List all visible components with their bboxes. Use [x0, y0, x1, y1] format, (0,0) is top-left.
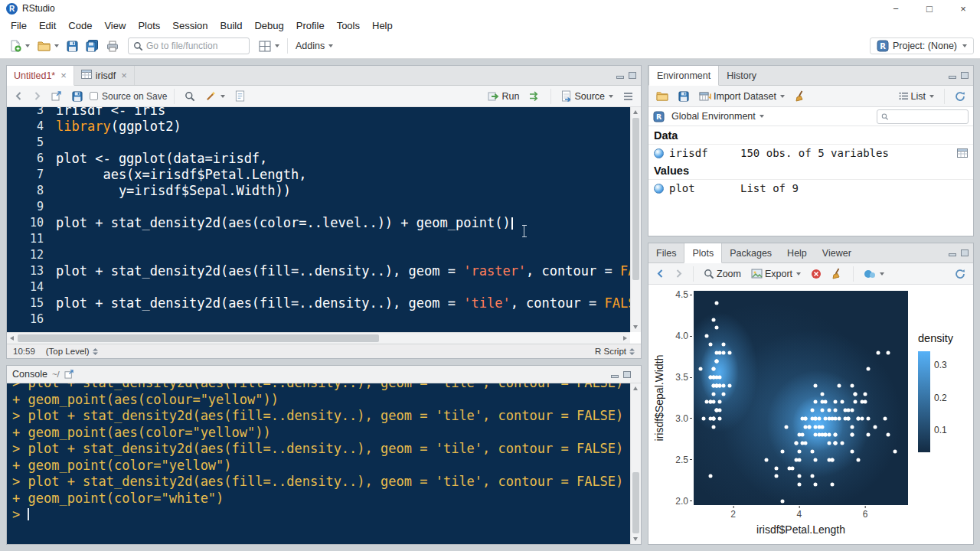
next-plot-button[interactable]: [671, 267, 686, 280]
menu-code[interactable]: Code: [62, 18, 98, 33]
clear-plots-button[interactable]: [828, 266, 846, 282]
minimize-pane-button[interactable]: [611, 371, 619, 378]
editor-vertical-scrollbar[interactable]: [630, 107, 641, 332]
chevron-down-icon: [780, 95, 785, 98]
menu-help[interactable]: Help: [366, 18, 399, 33]
publish-button[interactable]: [861, 267, 887, 281]
menu-build[interactable]: Build: [214, 18, 249, 33]
environment-object-row[interactable]: plotList of 9: [648, 180, 973, 197]
menu-session[interactable]: Session: [166, 18, 214, 33]
editor-horizontal-scrollbar[interactable]: [7, 332, 630, 344]
data-point: [721, 350, 725, 354]
source-on-save-checkbox[interactable]: [90, 92, 98, 100]
maximize-pane-button[interactable]: [629, 72, 636, 79]
save-all-button[interactable]: [83, 37, 102, 54]
print-button[interactable]: [103, 38, 122, 54]
open-file-button[interactable]: [34, 38, 62, 54]
object-name: irisdf: [669, 147, 735, 159]
x-tick-mark: [799, 506, 799, 508]
y-tick: 2.0: [675, 496, 692, 507]
menu-debug[interactable]: Debug: [248, 18, 289, 33]
scroll-up-arrow-icon[interactable]: [633, 386, 638, 390]
scroll-down-arrow-icon[interactable]: [633, 325, 638, 329]
maximize-button[interactable]: □: [913, 0, 946, 17]
scope-selector[interactable]: (Top Level): [46, 347, 98, 356]
code-editor[interactable]: 345678910111213141516 irisdf <- irislibr…: [7, 107, 630, 332]
popout-editor-button[interactable]: [48, 89, 65, 103]
scroll-right-arrow-icon[interactable]: [623, 336, 627, 341]
data-point: [804, 416, 808, 420]
close-button[interactable]: ×: [946, 0, 980, 17]
nav-forward-button[interactable]: [30, 90, 44, 103]
export-button[interactable]: Export: [748, 266, 804, 282]
tab-packages[interactable]: Packages: [722, 243, 779, 262]
source-tab-irisdf[interactable]: irisdf×: [74, 66, 135, 85]
refresh-icon: [955, 269, 965, 279]
scroll-thumb[interactable]: [632, 118, 639, 280]
minimize-pane-button[interactable]: [616, 72, 624, 79]
addins-button[interactable]: Addins: [292, 38, 336, 54]
tab-environment[interactable]: Environment: [648, 66, 719, 86]
pane-layout-button[interactable]: [256, 38, 283, 54]
menu-file[interactable]: File: [5, 18, 33, 33]
tab-viewer[interactable]: Viewer: [815, 243, 859, 262]
scroll-up-arrow-icon[interactable]: [633, 110, 638, 114]
scroll-thumb[interactable]: [632, 472, 639, 533]
minimize-button[interactable]: −: [879, 0, 913, 17]
import-dataset-button[interactable]: Import Dataset: [696, 89, 788, 104]
save-workspace-button[interactable]: [675, 89, 692, 104]
list-view-button[interactable]: List: [896, 89, 937, 104]
clear-environment-button[interactable]: [792, 88, 809, 104]
previous-plot-button[interactable]: [653, 267, 668, 280]
minimize-pane-button[interactable]: [949, 249, 956, 256]
environment-search-input[interactable]: [892, 112, 964, 121]
file-type-selector[interactable]: R Script: [595, 347, 635, 356]
save-source-button[interactable]: [69, 89, 86, 104]
source-tab-untitled1[interactable]: Untitled1*×: [7, 66, 74, 86]
zoom-button[interactable]: Zoom: [701, 266, 744, 282]
menu-view[interactable]: View: [98, 18, 132, 33]
project-selector[interactable]: R Project: (None): [870, 37, 974, 54]
tab-history[interactable]: History: [719, 66, 764, 85]
scroll-thumb[interactable]: [18, 334, 379, 342]
popout-console-icon[interactable]: [64, 370, 74, 379]
menu-plots[interactable]: Plots: [132, 18, 166, 33]
remove-plot-button[interactable]: [808, 266, 825, 282]
nav-back-button[interactable]: [11, 90, 26, 103]
code-tools-button[interactable]: [202, 88, 228, 104]
scroll-down-arrow-icon[interactable]: [633, 537, 638, 541]
close-tab-icon[interactable]: ×: [60, 70, 67, 81]
menu-edit[interactable]: Edit: [33, 18, 62, 33]
refresh-plot-button[interactable]: [952, 266, 969, 282]
view-data-button[interactable]: [957, 148, 968, 158]
new-file-button[interactable]: [6, 37, 33, 54]
maximize-pane-button[interactable]: [961, 249, 969, 256]
maximize-pane-button[interactable]: [961, 72, 969, 79]
source-button[interactable]: Source: [558, 88, 616, 104]
menu-profile[interactable]: Profile: [290, 18, 331, 33]
maximize-pane-button[interactable]: [623, 371, 631, 378]
tab-help[interactable]: Help: [779, 243, 815, 262]
environment-object-row[interactable]: irisdf150 obs. of 5 variables: [648, 145, 973, 161]
outline-button[interactable]: [620, 90, 636, 103]
tab-plots[interactable]: Plots: [684, 243, 722, 263]
goto-file-input[interactable]: [146, 41, 244, 51]
console-body[interactable]: > plot + stat_density2d(aes(fill=..densi…: [7, 383, 630, 544]
scroll-left-arrow-icon[interactable]: [10, 336, 14, 341]
line-number: 3: [7, 107, 44, 119]
data-point: [850, 450, 854, 454]
compile-report-button[interactable]: [232, 88, 248, 104]
rerun-button[interactable]: [526, 89, 544, 103]
find-replace-button[interactable]: [181, 89, 198, 104]
x-tick-label: 6: [863, 509, 868, 520]
minimize-pane-button[interactable]: [949, 72, 956, 79]
load-workspace-button[interactable]: [653, 89, 671, 103]
console-vertical-scrollbar[interactable]: [630, 383, 641, 544]
tab-files[interactable]: Files: [648, 243, 684, 262]
menu-tools[interactable]: Tools: [331, 18, 366, 33]
save-button[interactable]: [64, 38, 81, 54]
close-tab-icon[interactable]: ×: [121, 70, 127, 81]
global-environment-selector[interactable]: Global Environment: [668, 109, 767, 124]
run-button[interactable]: Run: [485, 89, 522, 104]
refresh-environment-button[interactable]: [952, 89, 969, 104]
